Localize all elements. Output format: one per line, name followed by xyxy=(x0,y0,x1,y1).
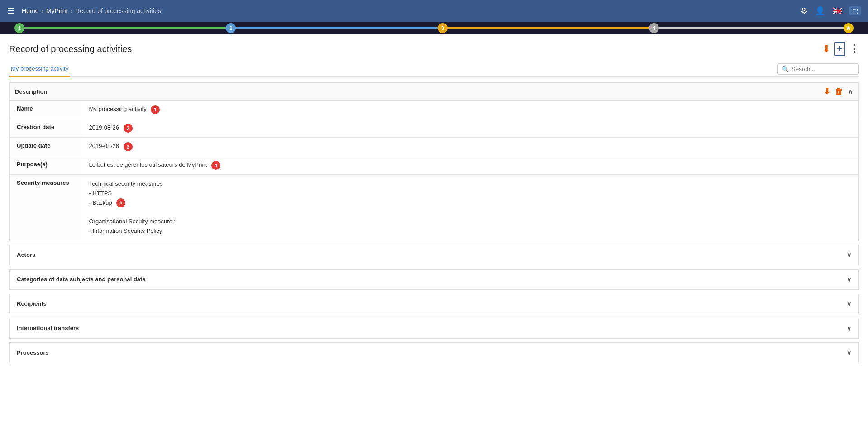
search-icon: 🔍 xyxy=(782,66,789,72)
badge-1: 1 xyxy=(151,105,160,114)
actors-header[interactable]: Actors ∨ xyxy=(10,245,858,265)
processors-chevron-icon: ∨ xyxy=(847,349,851,356)
recipients-section: Recipients ∨ xyxy=(9,294,859,314)
field-name-label: Name xyxy=(10,101,82,119)
add-icon[interactable]: + xyxy=(834,42,845,56)
page-title: Record of processing activities xyxy=(9,44,132,54)
breadcrumb-home[interactable]: Home xyxy=(22,7,38,14)
international-header[interactable]: International transfers ∨ xyxy=(10,318,858,338)
recipients-label: Recipients xyxy=(17,300,47,307)
progress-step-3[interactable]: 3 xyxy=(438,23,448,33)
progress-bar-area: 1 2 3 4 xyxy=(0,22,868,34)
progress-step-1[interactable]: 1 xyxy=(14,23,24,33)
field-purposes-label: Purpose(s) xyxy=(10,156,82,175)
badge-2: 2 xyxy=(124,124,133,133)
international-label: International transfers xyxy=(17,325,79,332)
recipients-header[interactable]: Recipients ∨ xyxy=(10,294,858,314)
description-section-header: Description ⬇ 🗑 ∧ xyxy=(9,82,859,100)
header-actions: ⬇ + ⋮ xyxy=(822,42,859,56)
table-row: Name My processing activity 1 xyxy=(10,101,859,119)
recipients-chevron-icon: ∨ xyxy=(847,300,851,308)
description-label: Description xyxy=(15,88,48,95)
table-row: Update date 2019-08-26 3 xyxy=(10,138,859,156)
progress-step-5[interactable] xyxy=(844,23,854,33)
tab-my-processing-activity[interactable]: My processing activity xyxy=(9,62,70,77)
user-icon[interactable]: 👤 xyxy=(815,6,825,16)
more-options-icon[interactable]: ⋮ xyxy=(849,43,859,55)
field-security-label: Security measures xyxy=(10,175,82,241)
search-input[interactable] xyxy=(792,66,855,72)
categories-chevron-icon: ∨ xyxy=(847,276,851,283)
section-header-actions: ⬇ 🗑 ∧ xyxy=(824,87,853,96)
field-name-value: My processing activity 1 xyxy=(82,101,859,119)
description-delete-icon[interactable]: 🗑 xyxy=(835,87,843,96)
field-creation-date-value: 2019-08-26 2 xyxy=(82,119,859,138)
progress-seg-1 xyxy=(19,27,231,29)
security-content: Technical security measures - HTTPS - Ba… xyxy=(89,179,852,236)
badge-3: 3 xyxy=(124,142,133,151)
field-update-date-value: 2019-08-26 3 xyxy=(82,138,859,156)
actors-chevron-icon: ∨ xyxy=(847,251,851,259)
processors-header[interactable]: Processors ∨ xyxy=(10,343,858,363)
international-chevron-icon: ∨ xyxy=(847,325,851,332)
progress-step-2[interactable]: 2 xyxy=(226,23,236,33)
logout-icon[interactable]: ⬚ xyxy=(849,6,861,15)
field-purposes-value: Le but est de gérer les utilisateurs de … xyxy=(82,156,859,175)
international-section: International transfers ∨ xyxy=(9,318,859,339)
search-box[interactable]: 🔍 xyxy=(777,63,859,75)
main-content: Record of processing activities ⬇ + ⋮ My… xyxy=(0,34,868,443)
page-header: Record of processing activities ⬇ + ⋮ xyxy=(9,42,859,56)
description-collapse-icon[interactable]: ∧ xyxy=(848,87,853,96)
table-row: Purpose(s) Le but est de gérer les utili… xyxy=(10,156,859,175)
settings-icon[interactable]: ⚙ xyxy=(801,6,808,16)
actors-label: Actors xyxy=(17,251,35,258)
progress-seg-4 xyxy=(654,27,849,29)
processors-section: Processors ∨ xyxy=(9,342,859,363)
progress-seg-3 xyxy=(443,27,654,29)
breadcrumb-sep-1: › xyxy=(41,7,43,14)
table-row: Creation date 2019-08-26 2 xyxy=(10,119,859,138)
navbar: ☰ Home › MyPrint › Record of processing … xyxy=(0,0,868,22)
download-icon[interactable]: ⬇ xyxy=(822,43,830,55)
badge-4: 4 xyxy=(211,161,220,170)
badge-5: 5 xyxy=(116,198,125,207)
actors-section: Actors ∨ xyxy=(9,245,859,265)
description-table: Name My processing activity 1 Creation d… xyxy=(9,100,859,241)
categories-header[interactable]: Categories of data subjects and personal… xyxy=(10,270,858,289)
flag-icon[interactable]: 🇬🇧 xyxy=(832,6,842,16)
menu-icon[interactable]: ☰ xyxy=(7,6,14,16)
description-download-icon[interactable]: ⬇ xyxy=(824,87,830,96)
progress-seg-2 xyxy=(231,27,443,29)
progress-step-4[interactable]: 4 xyxy=(649,23,659,33)
breadcrumb-myprint[interactable]: MyPrint xyxy=(46,7,67,14)
breadcrumb-sep-2: › xyxy=(70,7,72,14)
tabs-bar: My processing activity 🔍 xyxy=(9,62,859,77)
table-row: Security measures Technical security mea… xyxy=(10,175,859,241)
breadcrumb: Home › MyPrint › Record of processing ac… xyxy=(22,7,801,14)
breadcrumb-current: Record of processing activities xyxy=(75,7,161,14)
categories-section: Categories of data subjects and personal… xyxy=(9,269,859,290)
field-creation-date-label: Creation date xyxy=(10,119,82,138)
categories-label: Categories of data subjects and personal… xyxy=(17,276,146,283)
progress-track: 1 2 3 4 xyxy=(11,27,857,29)
field-security-value: Technical security measures - HTTPS - Ba… xyxy=(82,175,859,241)
navbar-actions: ⚙ 👤 🇬🇧 ⬚ xyxy=(801,6,861,16)
processors-label: Processors xyxy=(17,349,49,356)
field-update-date-label: Update date xyxy=(10,138,82,156)
